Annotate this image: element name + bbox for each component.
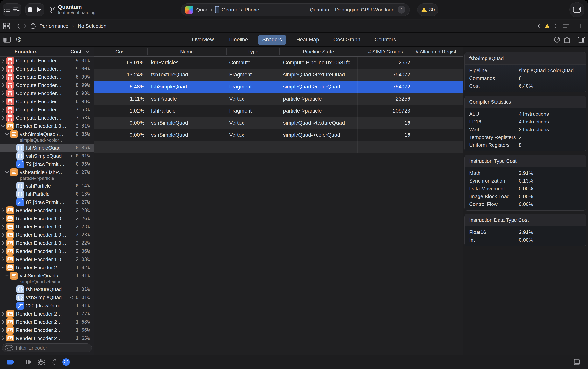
toggle-right-inspector-icon[interactable] — [578, 37, 585, 42]
shader-row[interactable]: 69.01%krnParticlesComputeCompute Pipelin… — [94, 57, 463, 69]
scheme-name[interactable]: Quant — [196, 7, 210, 13]
back-chevron-icon[interactable] — [17, 23, 20, 29]
disclosure-chevron[interactable] — [1, 241, 5, 245]
compute-row[interactable]: Compute Encoder…8.99% — [0, 73, 94, 81]
library-button[interactable] — [569, 2, 585, 17]
disclosure-chevron[interactable] — [1, 116, 5, 120]
shader-row[interactable]: {}vshSimpleQuad< 0.01% — [0, 293, 94, 302]
shader-row[interactable]: 6.48%fshSimpleQuadFragmentsimpleQuad->co… — [94, 81, 463, 93]
compute-row[interactable]: Compute Encoder…9.01% — [0, 57, 94, 65]
disclosure-chevron[interactable] — [1, 320, 5, 324]
pipeline-row[interactable]: vshSimpleQuad /…1.81%simpleQuad->textur… — [0, 272, 94, 285]
shader-row[interactable]: 0.00%vshSimpleQuadVertexsimpleQuad->colo… — [94, 129, 463, 141]
disclosure-chevron[interactable] — [5, 132, 9, 136]
column-header-name[interactable]: Name — [148, 48, 227, 55]
render-row[interactable]: Render Encoder 2…1.66% — [0, 326, 94, 334]
render-row[interactable]: Render Encoder 2…1.68% — [0, 318, 94, 326]
compute-row[interactable]: Compute Encoder…8.98% — [0, 97, 94, 106]
compute-row[interactable]: Compute Encoder…8.98% — [0, 89, 94, 97]
shader-row[interactable]: {}fshTextureQuad1.81% — [0, 285, 94, 293]
encoders-column-header[interactable]: Encoders — [14, 49, 38, 55]
align-lines-icon[interactable] — [563, 23, 569, 29]
pipeline-row[interactable]: vshSimpleQuad /…0.85%simpleQuad->color… — [0, 130, 94, 144]
disclosure-chevron[interactable] — [1, 257, 5, 261]
draw-row[interactable]: 87 [drawPrimiti…0.27% — [0, 198, 94, 206]
compute-row[interactable]: Compute Encoder…7.53% — [0, 106, 94, 114]
disclosure-chevron[interactable] — [1, 328, 5, 332]
disclosure-chevron[interactable] — [1, 216, 5, 221]
breadcrumb-context[interactable]: Performance — [40, 23, 68, 29]
disclosure-chevron[interactable] — [1, 91, 5, 95]
breakpoints-toggle-icon[interactable] — [7, 359, 15, 365]
render-row[interactable]: Render Encoder 1 0…2.06% — [0, 247, 94, 255]
column-header-pipeline-state[interactable]: Pipeline State — [280, 48, 357, 55]
toggle-navigator-button[interactable] — [3, 4, 12, 16]
render-row[interactable]: Render Encoder 2…1.77% — [0, 310, 94, 318]
disclosure-chevron[interactable] — [1, 75, 5, 79]
shader-row[interactable]: {}vshSimpleQuad< 0.01% — [0, 152, 94, 160]
tab-timeline[interactable]: Timeline — [224, 35, 252, 45]
tab-cost-graph[interactable]: Cost Graph — [329, 35, 365, 45]
draw-row[interactable]: 220 [drawPrimi…1.81% — [0, 302, 94, 310]
gpu-performance-gauge-icon[interactable] — [62, 358, 70, 366]
shader-row[interactable]: 1.11%vshParticleVertexparticle->particle… — [94, 93, 463, 105]
disclosure-chevron[interactable] — [1, 83, 5, 87]
forward-chevron-icon[interactable] — [23, 23, 27, 29]
add-tab-plus-icon[interactable] — [578, 23, 583, 29]
render-row[interactable]: Render Encoder 2…1.65% — [0, 334, 94, 341]
disclosure-chevron[interactable] — [1, 208, 5, 213]
column-header-simd-groups[interactable]: # SIMD Groups — [357, 48, 414, 55]
tab-shaders[interactable]: Shaders — [258, 35, 286, 45]
shader-row[interactable]: {}fshParticle0.13% — [0, 190, 94, 198]
breadcrumb-selection[interactable]: No Selection — [78, 23, 106, 29]
shader-row[interactable]: {}vshParticle0.14% — [0, 182, 94, 190]
next-issue-chevron-icon[interactable] — [554, 23, 557, 29]
shader-row[interactable]: 13.24%fshTextureQuadFragmentsimpleQuad->… — [94, 69, 463, 81]
destination-name[interactable]: George’s iPhone — [222, 7, 259, 13]
toggle-debug-area-icon[interactable] — [574, 359, 580, 365]
render-row[interactable]: Render Encoder 1 0…2.23% — [0, 231, 94, 239]
disclosure-chevron[interactable] — [1, 249, 5, 253]
compute-row[interactable]: Compute Encoder…9.00% — [0, 65, 94, 73]
render-row[interactable]: Render Encoder 1 0…2.28% — [0, 206, 94, 215]
render-row[interactable]: Render Encoder 1 0…2.03% — [0, 255, 94, 263]
disclosure-chevron[interactable] — [1, 233, 5, 237]
disclosure-chevron[interactable] — [1, 312, 5, 316]
replay-icon[interactable] — [50, 359, 57, 365]
render-row[interactable]: Render Encoder 1 0…2.31% — [0, 122, 94, 130]
cost-column-header[interactable]: Cost — [70, 49, 82, 55]
column-header-type[interactable]: Type — [227, 48, 280, 55]
disclosure-chevron[interactable] — [1, 99, 5, 104]
status-badge[interactable]: 2 — [398, 6, 405, 14]
disclosure-chevron[interactable] — [1, 59, 5, 63]
tab-heat-map[interactable]: Heat Map — [292, 35, 323, 45]
compute-row[interactable]: Compute Encoder…8.99% — [0, 81, 94, 89]
disclosure-chevron[interactable] — [1, 124, 5, 128]
continue-execution-icon[interactable] — [26, 359, 32, 365]
scheme-destination-bar[interactable]: Quant › George’s iPhone Quantum - Debugg… — [181, 3, 410, 16]
pipeline-row[interactable]: vshParticle / fshP…0.27%particle->partic… — [0, 168, 94, 182]
shader-row[interactable]: 0.00%vshSimpleQuadVertexsimpleQuad->text… — [94, 117, 463, 129]
smart-list-button[interactable] — [12, 4, 21, 16]
render-row[interactable]: Render Encoder 1 0…2.23% — [0, 223, 94, 231]
play-button[interactable] — [35, 4, 44, 16]
render-row[interactable]: Render Encoder 1 0…2.26% — [0, 215, 94, 223]
render-row[interactable]: Render Encoder 2…1.82% — [0, 263, 94, 272]
tab-overview[interactable]: Overview — [188, 35, 218, 45]
disclosure-chevron[interactable] — [1, 108, 5, 112]
disclosure-chevron[interactable] — [1, 225, 5, 229]
previous-issue-chevron-icon[interactable] — [537, 23, 540, 29]
shader-row[interactable]: {}fshSimpleQuad0.85% — [0, 144, 94, 152]
issues-button[interactable]: 30 — [417, 3, 438, 16]
render-row[interactable]: Render Encoder 1 0…2.22% — [0, 239, 94, 247]
filter-encoder-field[interactable]: Filter Encoder — [2, 343, 92, 352]
compute-row[interactable]: Compute Encoder…7.53% — [0, 114, 94, 122]
disclosure-chevron[interactable] — [1, 265, 5, 270]
disclosure-chevron[interactable] — [1, 67, 5, 71]
disclosure-chevron[interactable] — [1, 336, 5, 340]
draw-row[interactable]: 79 [drawPrimiti…0.85% — [0, 160, 94, 168]
shader-row[interactable]: 1.02%fshParticleFragmentparticle->partic… — [94, 105, 463, 117]
gauge-icon[interactable] — [554, 37, 560, 43]
tab-counters[interactable]: Counters — [371, 35, 400, 45]
sort-chevron-down-icon[interactable] — [86, 51, 89, 53]
